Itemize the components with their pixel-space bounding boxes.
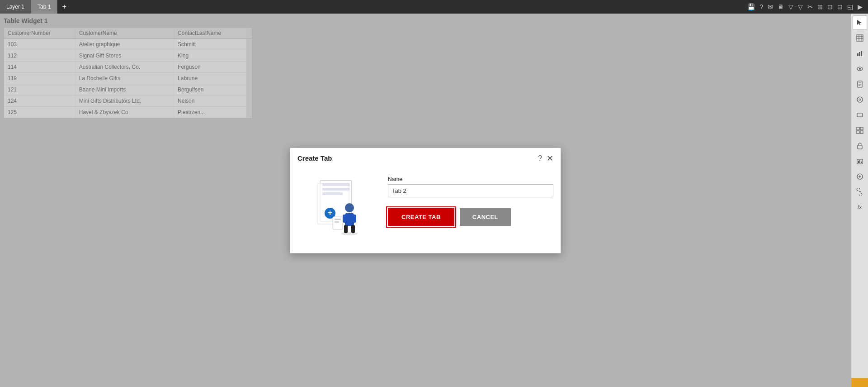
svg-point-31 bbox=[857, 97, 863, 102]
mail-icon[interactable]: ✉ bbox=[767, 2, 774, 11]
svg-rect-23 bbox=[859, 52, 860, 56]
doc-icon bbox=[856, 81, 863, 88]
svg-rect-16 bbox=[335, 221, 339, 223]
top-bar-right: 💾 ? ✉ 🖥 ▽ ▽ ✂ ⊞ ⊡ ⊟ ◱ ▶ bbox=[746, 2, 868, 11]
circle-icon bbox=[856, 96, 863, 103]
link-icon bbox=[856, 188, 863, 196]
svg-point-13 bbox=[341, 232, 358, 235]
page-area: Table Widget 1 CustomerNumber CustomerNa… bbox=[0, 14, 868, 387]
sidebar-icon-circle[interactable] bbox=[853, 92, 867, 107]
cancel-button[interactable]: CANCEL bbox=[460, 208, 511, 226]
svg-rect-37 bbox=[860, 131, 863, 134]
cursor-icon bbox=[856, 19, 863, 26]
svg-rect-24 bbox=[861, 51, 862, 56]
tab-tab1[interactable]: Tab 1 bbox=[31, 0, 57, 14]
expand-icon[interactable]: ◱ bbox=[846, 2, 854, 11]
modal-header-icons: ? ✕ bbox=[538, 153, 553, 163]
svg-rect-42 bbox=[861, 162, 862, 163]
filter1-icon[interactable]: ▽ bbox=[788, 2, 794, 11]
sidebar-icon-function[interactable]: fx bbox=[853, 200, 867, 215]
sidebar-icon-lock[interactable] bbox=[853, 139, 867, 153]
modal-header: Create Tab ? ✕ bbox=[290, 148, 561, 167]
name-label: Name bbox=[388, 176, 553, 182]
monitor-icon[interactable]: 🖥 bbox=[777, 2, 785, 11]
save-icon[interactable]: 💾 bbox=[746, 2, 756, 11]
add-tab-button[interactable]: + bbox=[57, 0, 71, 14]
lock-icon bbox=[856, 142, 863, 149]
svg-rect-15 bbox=[335, 219, 341, 220]
sidebar-icon-rect[interactable] bbox=[853, 108, 867, 122]
modal-overlay: Create Tab ? ✕ bbox=[0, 14, 851, 387]
sidebar-orange-indicator bbox=[851, 378, 868, 387]
sidebar-icon-plus-circle[interactable] bbox=[853, 169, 867, 184]
top-bar: Layer 1 Tab 1 + 💾 ? ✉ 🖥 ▽ ▽ ✂ ⊞ ⊡ ⊟ ◱ ▶ bbox=[0, 0, 868, 14]
svg-point-26 bbox=[859, 68, 861, 70]
create-tab-modal: Create Tab ? ✕ bbox=[290, 148, 561, 253]
name-field-group: Name bbox=[388, 176, 553, 197]
sidebar-icon-table[interactable] bbox=[853, 31, 867, 45]
tab-name-input[interactable] bbox=[388, 184, 553, 197]
sidebar-icon-chart[interactable] bbox=[853, 46, 867, 61]
svg-point-7 bbox=[345, 203, 354, 212]
svg-rect-41 bbox=[859, 160, 860, 163]
scissors-icon[interactable]: ✂ bbox=[807, 2, 814, 11]
svg-rect-35 bbox=[860, 127, 863, 130]
grid2-icon bbox=[856, 127, 863, 134]
sidebar-icon-link[interactable] bbox=[853, 185, 867, 199]
modal-form: Name CREATE TAB CANCEL bbox=[388, 172, 553, 244]
form-buttons: CREATE TAB CANCEL bbox=[388, 208, 553, 226]
sidebar-icon-eye[interactable] bbox=[853, 62, 867, 76]
rect-icon bbox=[856, 111, 863, 119]
illustration-svg: + bbox=[307, 172, 370, 244]
svg-text:+: + bbox=[328, 208, 333, 217]
eye-icon bbox=[856, 65, 863, 72]
table-icon bbox=[856, 34, 863, 42]
sidebar-icon-grid2[interactable] bbox=[853, 123, 867, 138]
modal-close-button[interactable]: ✕ bbox=[547, 153, 553, 163]
sidebar-icon-doc[interactable] bbox=[853, 77, 867, 91]
modal-illustration: + bbox=[297, 172, 379, 244]
modal-help-icon[interactable]: ? bbox=[538, 154, 542, 162]
svg-rect-12 bbox=[353, 215, 356, 223]
svg-point-32 bbox=[859, 99, 861, 100]
modal-title: Create Tab bbox=[297, 154, 332, 162]
plus-circle-icon bbox=[856, 173, 863, 180]
layer1-label: Layer 1 bbox=[6, 4, 24, 10]
tab-layer1[interactable]: Layer 1 bbox=[0, 0, 31, 14]
svg-rect-38 bbox=[858, 145, 862, 149]
barchart-icon bbox=[856, 158, 863, 165]
create-tab-button[interactable]: CREATE TAB bbox=[388, 208, 454, 226]
sidebar-icon-cursor[interactable] bbox=[853, 15, 867, 30]
modal-body: + bbox=[290, 167, 561, 253]
screen-icon[interactable]: ⊡ bbox=[826, 2, 834, 11]
filter2-icon[interactable]: ▽ bbox=[797, 2, 804, 11]
chart-icon bbox=[856, 50, 863, 57]
svg-rect-11 bbox=[343, 215, 346, 223]
svg-rect-40 bbox=[858, 161, 859, 163]
right-sidebar: fx bbox=[851, 14, 868, 387]
sidebar-icon-barchart[interactable] bbox=[853, 154, 867, 168]
help-icon[interactable]: ? bbox=[759, 2, 764, 11]
svg-rect-33 bbox=[857, 113, 863, 117]
layout-icon[interactable]: ⊟ bbox=[836, 2, 844, 11]
tab1-label: Tab 1 bbox=[38, 4, 51, 10]
grid-icon[interactable]: ⊞ bbox=[816, 2, 824, 11]
svg-rect-36 bbox=[857, 131, 859, 134]
svg-rect-17 bbox=[857, 35, 863, 41]
main-content: Table Widget 1 CustomerNumber CustomerNa… bbox=[0, 14, 851, 387]
play-icon[interactable]: ▶ bbox=[857, 2, 863, 11]
svg-rect-34 bbox=[857, 127, 859, 130]
svg-rect-22 bbox=[857, 53, 859, 56]
